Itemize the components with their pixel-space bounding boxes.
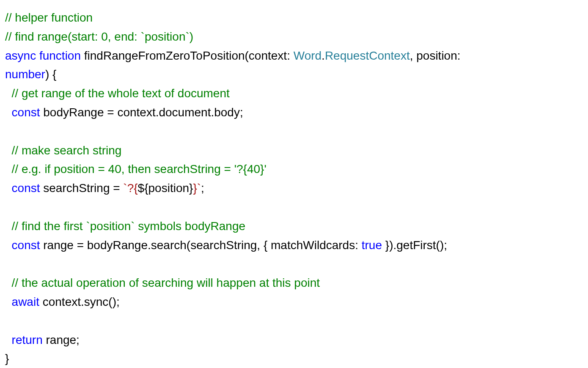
statement: }).getFirst(); xyxy=(382,239,447,252)
type-number: number xyxy=(5,68,45,81)
type-name: RequestContext xyxy=(325,49,410,62)
keyword-const: const xyxy=(5,181,40,195)
function-signature: findRangeFromZeroToPosition(context: xyxy=(81,49,294,62)
comment-line: // get range of the whole text of docume… xyxy=(5,87,230,100)
keyword-const: const xyxy=(5,239,40,252)
keyword-return: return xyxy=(5,333,43,346)
statement: range = bodyRange.search(searchString, {… xyxy=(40,239,361,252)
statement: range; xyxy=(43,333,80,346)
keyword-async: async xyxy=(5,49,39,62)
code-snippet: // helper function // find range(start: … xyxy=(5,8,583,368)
template-string: }` xyxy=(193,181,201,195)
keyword-const: const xyxy=(5,106,40,119)
comment-line: // the actual operation of searching wil… xyxy=(5,276,320,289)
semicolon: ; xyxy=(201,181,204,195)
comment-line: // find range(start: 0, end: `position`) xyxy=(5,30,193,43)
comment-line: // helper function xyxy=(5,11,93,24)
comment-line: // find the first `position` symbols bod… xyxy=(5,220,245,233)
keyword-function: function xyxy=(39,49,81,62)
comment-line: // make search string xyxy=(5,144,121,157)
dot: . xyxy=(321,49,325,62)
statement: context.sync(); xyxy=(39,295,120,308)
keyword-await: await xyxy=(5,295,39,308)
comment-line: // e.g. if position = 40, then searchStr… xyxy=(5,162,267,176)
brace-open: ) { xyxy=(45,68,56,81)
keyword-true: true xyxy=(362,239,382,252)
param-text: , position: xyxy=(410,49,464,62)
template-string: `?{ xyxy=(123,181,137,195)
template-interpolation: ${position} xyxy=(138,181,193,195)
var-name: searchString = xyxy=(40,181,123,195)
statement: bodyRange = context.document.body; xyxy=(40,106,243,119)
brace-close: } xyxy=(5,352,9,365)
type-name: Word xyxy=(294,49,321,62)
